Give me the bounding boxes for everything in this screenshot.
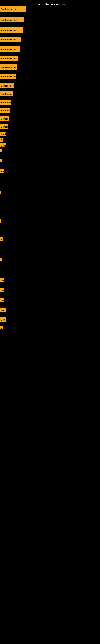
bar-label: Bottleneck re [0, 83, 14, 88]
bar-label: Bottleneck [0, 124, 8, 129]
bar-item: Bottleneck resu [0, 6, 26, 12]
bar-item: Bot [0, 308, 6, 312]
bar-label: Bottleneck re [0, 56, 18, 60]
bar-item: Bottleneck res [0, 74, 16, 79]
bar-label: | [0, 258, 1, 261]
bar-label: Bottleneck [0, 108, 10, 113]
bar-label: Bot [0, 308, 6, 312]
bar-item: Bottleneck res [0, 27, 23, 33]
bar-item: Bottleneck re [0, 56, 18, 60]
bar-label: Bottleneck res [0, 46, 20, 52]
bar-item: | [0, 258, 1, 261]
bar-item: B [0, 138, 3, 142]
bar-item: | [0, 159, 1, 162]
bar-item: Bottleneck re [0, 83, 14, 88]
bar-item: Bottleneck res [0, 46, 20, 52]
bar-item: Bottleneck re [0, 100, 11, 105]
bar-label: Bo [0, 278, 4, 282]
bar-label: Bottleneck res [0, 37, 21, 42]
bar-label: | [0, 149, 1, 152]
bar-item [0, 219, 1, 222]
bar-label: B [0, 326, 3, 329]
bar-item: Bottleneck resu [0, 17, 24, 22]
bar-item: Bottleneck re [0, 91, 13, 96]
bar-item: Bottlen [0, 132, 6, 136]
bar-item: | [0, 149, 1, 152]
bar-label: Bo [0, 298, 4, 302]
bar-item: Bo [0, 298, 4, 302]
bar-label: Bottleneck r [0, 116, 9, 121]
bar-item: Bott [0, 317, 6, 322]
bar-item: Bottleneck res [0, 64, 17, 70]
bar-label: Bottleneck res [0, 64, 17, 70]
bar-item [0, 191, 1, 194]
bar-item: Bottl [0, 143, 6, 147]
bar-label: Bo [0, 288, 4, 292]
bar-item: Bo [0, 278, 4, 282]
bar-item: Bo [0, 288, 4, 292]
bar-label: Bottleneck res [0, 27, 23, 33]
bar-label: Bottleneck re [0, 100, 11, 105]
bar-item: Bo [0, 169, 4, 174]
bar-item: Bottleneck [0, 124, 8, 129]
bar-item: B [0, 326, 3, 329]
bar-label: Bottleneck re [0, 91, 13, 96]
bar-item: Bottleneck [0, 108, 10, 113]
bar-item: Bottleneck res [0, 37, 21, 42]
bar-label: Bottleneck resu [0, 17, 24, 22]
bar-label: | [0, 159, 1, 162]
bar-label: Bo [0, 169, 4, 174]
bar-label: B [0, 238, 3, 241]
bar-item: Bottleneck r [0, 116, 9, 121]
bar-label: Bottleneck resu [0, 6, 26, 12]
bar-label: Bottleneck res [0, 74, 16, 79]
bar-label: Bottlen [0, 132, 6, 136]
bar-item: B [0, 238, 3, 241]
bar-label: Bottl [0, 143, 6, 147]
bar-label: Bott [0, 317, 6, 322]
bar-label: B [0, 138, 3, 142]
